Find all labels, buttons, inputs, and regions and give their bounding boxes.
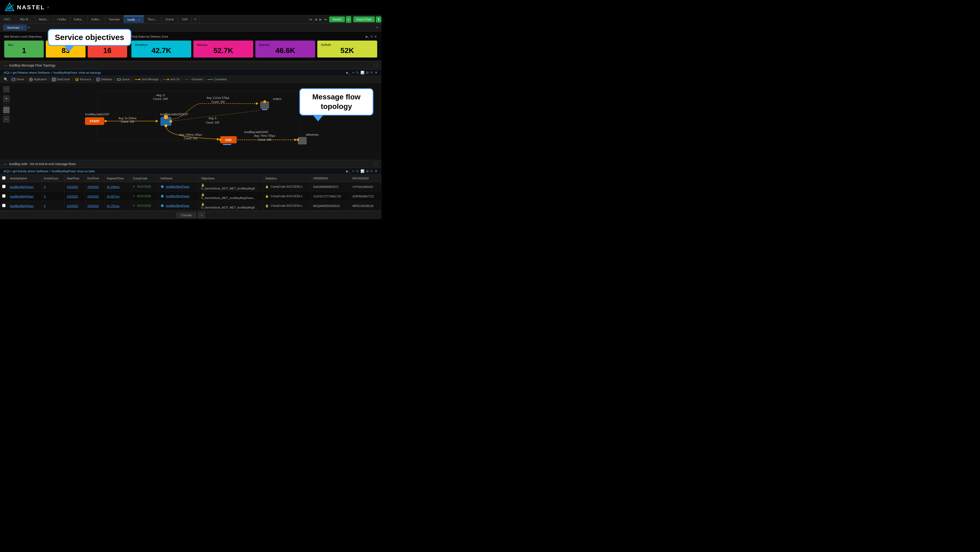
tab-nav-last[interactable]: ⏭ [323, 17, 328, 21]
tab-add[interactable]: + [191, 15, 199, 24]
row3-checkbox[interactable] [0, 201, 8, 211]
tab-metric[interactable]: Metric... [35, 16, 53, 23]
row1-elapsed[interactable]: 3s 299ms [105, 182, 130, 191]
row1-objectives[interactable]: 🔒 O_ItemInStock_NOT_MET_koolBayMsgF... [199, 182, 263, 191]
col-elapsed-time[interactable]: ElapsedTime [105, 175, 130, 182]
row2-statistics[interactable]: 🔒 CompCode.SUCCESS.c [263, 191, 311, 201]
tab-kafka3[interactable]: Kafka... [88, 16, 105, 23]
table-panel-min-icon[interactable]: — [4, 162, 7, 166]
sales-refresh[interactable]: ↻ [371, 35, 373, 38]
tab-mqm[interactable]: MQ M ... [16, 16, 35, 23]
flow-plus-button[interactable]: + [3, 96, 10, 102]
topology-jkql-expand[interactable]: ▼ [374, 71, 378, 75]
col-orderno[interactable]: ORDERNO [311, 175, 350, 182]
topology-jkql-grid[interactable]: ⊞ [366, 71, 369, 75]
row2-setname[interactable]: 🔷 koolBayMsgFlows [158, 191, 199, 201]
topology-jkql-run[interactable]: ▶_ [346, 71, 350, 75]
row3-elapsed[interactable]: 4s 751ms [105, 201, 130, 211]
console-add-button[interactable]: + [198, 212, 205, 218]
topology-jkql-settings[interactable]: ↻ [370, 71, 373, 75]
tab-namaka[interactable]: Namaka [105, 16, 124, 23]
sub-tab-summary-close[interactable]: × [21, 26, 23, 29]
row3-activity[interactable]: koolBayMsgFlows [8, 201, 42, 211]
flow-minus-button[interactable]: − [3, 116, 10, 123]
col-checkbox[interactable] [0, 175, 8, 182]
row1-activity[interactable]: koolBayMsgFlows [8, 182, 42, 191]
col-activity-name[interactable]: ActivityName [8, 175, 42, 182]
row2-checkbox[interactable] [0, 191, 8, 201]
row3-setname-text[interactable]: koolBayMsgFlows [166, 204, 189, 207]
topology-jkql-undo[interactable]: ↩ [352, 71, 355, 75]
row3-start[interactable]: 2/4/2022 [65, 201, 85, 211]
row3-objectives-text[interactable]: O_ItemInStock_NOT_MET_koolBayMsgF... [201, 206, 257, 209]
row2-activity[interactable]: koolBayMsgFlows [8, 191, 42, 201]
topology-panel-expand[interactable]: ⛶ [374, 63, 378, 68]
row1-checkbox[interactable] [0, 182, 8, 191]
tab-koolb-close[interactable]: × [138, 18, 140, 21]
import-data-button[interactable]: Import Data [353, 16, 375, 22]
row3-statistics-text[interactable]: CompCode.SUCCESS.c [271, 204, 302, 207]
card-all[interactable]: ALL 1 [4, 41, 44, 57]
table-jkql-refresh[interactable]: ↻ [356, 169, 359, 173]
col-set-name[interactable]: SetName [158, 175, 199, 182]
sub-tab-add[interactable]: + [28, 25, 30, 30]
zoom-icon[interactable]: 🔍 [4, 77, 8, 81]
col-event-count[interactable]: EventCoun [41, 175, 64, 182]
card-suffolk[interactable]: Suffolk 52K [317, 41, 377, 57]
tab-kafka1[interactable]: • Kafka [53, 16, 70, 23]
tab-tibco[interactable]: Tibco ... [144, 16, 162, 23]
row1-event-count[interactable]: 4 [41, 182, 64, 191]
service-level-terminal[interactable]: ▶_ [116, 35, 119, 38]
row2-statistics-text[interactable]: CompCode.SUCCESS.c [271, 195, 302, 198]
row3-setname[interactable]: 🔷 koolBayMsgFlows [158, 201, 199, 211]
table-jkql-grid[interactable]: ⊞ [366, 169, 369, 173]
tab-kafka2[interactable]: Kafka... [70, 16, 88, 23]
row1-setname[interactable]: 🔷 koolBayMsgFlows [158, 182, 199, 191]
row3-statistics[interactable]: 🔒 CompCode.SUCCESS.c [263, 201, 311, 211]
flow-fit-button[interactable]: ⛶ [3, 86, 10, 93]
viewlet-plus[interactable]: + [346, 16, 351, 23]
table-jkql-settings[interactable]: ↻ [370, 169, 373, 173]
row2-elapsed[interactable]: 2s 957ms [105, 191, 130, 201]
sub-tab-summary[interactable]: Summary × [3, 25, 27, 30]
select-all-checkbox[interactable] [2, 176, 6, 180]
row1-setname-text[interactable]: koolBayMsgFlows [166, 185, 189, 188]
console-tab[interactable]: Console [177, 212, 196, 218]
col-start-time[interactable]: StartTime [65, 175, 85, 182]
row1-statistics-text[interactable]: CompCode.SUCCESS.c [271, 185, 302, 188]
row2-start[interactable]: 2/4/2022 [65, 191, 85, 201]
card-nassau[interactable]: Nassau 52.7K [193, 41, 253, 57]
viewlet-button[interactable]: Viewlet [329, 16, 345, 22]
sub-tab-close-x[interactable]: × [376, 26, 378, 30]
service-level-refresh[interactable]: ↻ [121, 35, 123, 38]
table-jkql-expand[interactable]: ▼ [374, 169, 378, 173]
topology-jkql-refresh[interactable]: ↻ [356, 71, 359, 75]
tab-nav-prev[interactable]: ◀ [313, 17, 318, 22]
tab-koolb[interactable]: koolB... × [124, 16, 144, 23]
col-statistics[interactable]: Statistics [263, 175, 311, 182]
sales-expand[interactable]: ▼ [374, 35, 377, 38]
sales-terminal[interactable]: ▶_ [366, 35, 369, 38]
row2-setname-text[interactable]: koolBayMsgFlows [166, 195, 189, 198]
card-none[interactable]: NONE 16 [88, 41, 127, 57]
row3-event-count[interactable]: 4 [41, 201, 64, 211]
row1-start[interactable]: 2/4/2022 [65, 182, 85, 191]
topology-jkql-chart[interactable]: 📊 [361, 71, 364, 75]
service-level-expand[interactable]: ▼ [124, 35, 127, 38]
col-end-time[interactable]: EndTime [85, 175, 105, 182]
table-jkql-undo[interactable]: ↩ [352, 169, 355, 173]
row2-end[interactable]: 2/4/2022 [85, 191, 105, 201]
row2-event-count[interactable]: 4 [41, 191, 64, 201]
card-brooklyn[interactable]: Brooklyn 42.7K [131, 41, 191, 57]
table-panel-expand[interactable]: ⛶ [374, 162, 378, 166]
row1-statistics[interactable]: 🔒 CompCode.SUCCESS.c [263, 182, 311, 191]
col-objectives[interactable]: Objectives [199, 175, 263, 182]
col-comp-code[interactable]: CompCode [130, 175, 158, 182]
row1-end[interactable]: 2/4/2022 [85, 182, 105, 191]
tab-fint[interactable]: FINT... [0, 16, 16, 23]
col-invoiceno[interactable]: INVOICENO [350, 175, 382, 182]
tab-oracle[interactable]: Oracle [162, 16, 178, 23]
row2-objectives-text[interactable]: O_ItemInStock_MET_koolBayMsgFlows... [201, 196, 256, 199]
row2-objectives[interactable]: 🔒 O_ItemInStock_MET_koolBayMsgFlows... [199, 191, 263, 201]
tab-jvm[interactable]: JVM [178, 16, 191, 23]
